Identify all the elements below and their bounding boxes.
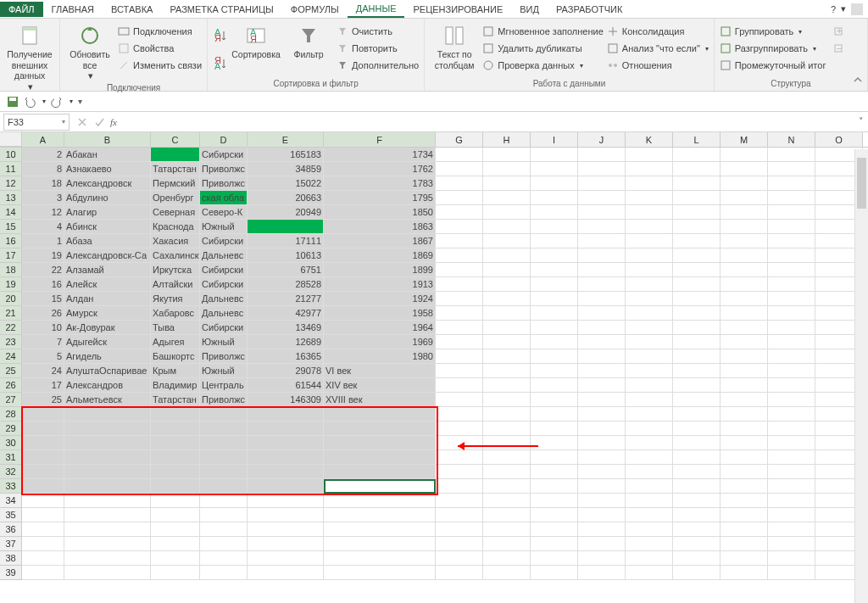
- cell[interactable]: [436, 422, 483, 436]
- cell[interactable]: [768, 450, 815, 465]
- cell[interactable]: Алдан: [64, 292, 151, 306]
- scrollbar-thumb[interactable]: [857, 158, 866, 209]
- cell[interactable]: [531, 537, 578, 551]
- data-validation-button[interactable]: Проверка данных▾: [482, 58, 604, 73]
- cell[interactable]: [531, 465, 578, 479]
- cell[interactable]: [768, 277, 815, 292]
- cell[interactable]: [200, 465, 248, 479]
- cell[interactable]: [578, 148, 626, 162]
- cell[interactable]: [22, 436, 64, 450]
- cell[interactable]: Южный: [200, 335, 248, 349]
- redo-dropdown-icon[interactable]: ▾: [70, 98, 73, 105]
- cell[interactable]: 34859: [248, 162, 324, 176]
- cell[interactable]: Северо-К: [200, 205, 248, 220]
- cell[interactable]: [673, 436, 721, 450]
- cell[interactable]: [483, 522, 531, 537]
- cell[interactable]: [200, 508, 248, 522]
- cell[interactable]: [483, 393, 531, 407]
- cell[interactable]: [151, 551, 200, 566]
- cell[interactable]: [248, 465, 324, 479]
- cell[interactable]: 20949: [248, 205, 324, 220]
- cell[interactable]: 19: [22, 248, 64, 263]
- undo-dropdown-icon[interactable]: ▾: [42, 98, 46, 105]
- cell[interactable]: [64, 436, 151, 450]
- cell[interactable]: [578, 220, 626, 234]
- cell[interactable]: [436, 176, 483, 191]
- cell[interactable]: [626, 537, 673, 551]
- cell[interactable]: [721, 378, 768, 393]
- cell[interactable]: [64, 422, 151, 436]
- tab-insert[interactable]: ВСТАВКА: [103, 2, 161, 17]
- cell[interactable]: 17: [22, 378, 64, 393]
- cell[interactable]: 1863: [324, 220, 436, 234]
- cell[interactable]: [626, 378, 673, 393]
- cell[interactable]: [768, 551, 815, 566]
- cell[interactable]: [248, 422, 324, 436]
- cell[interactable]: 17111: [248, 234, 324, 248]
- formula-input[interactable]: [120, 114, 854, 131]
- cell[interactable]: [768, 220, 815, 234]
- cell[interactable]: [248, 566, 324, 580]
- expand-formula-bar-icon[interactable]: ˅: [854, 116, 868, 127]
- col-header-A[interactable]: A: [22, 132, 64, 147]
- cell[interactable]: [768, 205, 815, 220]
- enter-formula-icon[interactable]: [93, 116, 105, 128]
- cell[interactable]: [483, 465, 531, 479]
- cell[interactable]: [768, 479, 815, 494]
- cell[interactable]: [626, 220, 673, 234]
- cell[interactable]: [151, 522, 200, 537]
- cell[interactable]: [436, 436, 483, 450]
- cell[interactable]: [483, 436, 531, 450]
- cell[interactable]: [531, 292, 578, 306]
- col-header-F[interactable]: F: [324, 132, 436, 147]
- cell[interactable]: [483, 479, 531, 494]
- row-header[interactable]: 10: [0, 148, 22, 162]
- cell[interactable]: [248, 450, 324, 465]
- refresh-all-button[interactable]: Обновить все▾: [65, 20, 114, 81]
- col-header-H[interactable]: H: [483, 132, 531, 147]
- cell[interactable]: [673, 537, 721, 551]
- cell[interactable]: [768, 335, 815, 349]
- cell[interactable]: [436, 407, 483, 422]
- cell[interactable]: [578, 508, 626, 522]
- cell[interactable]: [324, 450, 436, 465]
- cell[interactable]: 12689: [248, 335, 324, 349]
- cell[interactable]: [22, 465, 64, 479]
- cell[interactable]: [673, 205, 721, 220]
- cell[interactable]: [721, 248, 768, 263]
- cell[interactable]: [626, 248, 673, 263]
- cell[interactable]: [673, 162, 721, 176]
- cell[interactable]: 61544: [248, 378, 324, 393]
- cell[interactable]: Абинск: [64, 220, 151, 234]
- cell[interactable]: [721, 551, 768, 566]
- cell[interactable]: [248, 407, 324, 422]
- cell[interactable]: [483, 321, 531, 335]
- cell[interactable]: [768, 537, 815, 551]
- cell[interactable]: 1924: [324, 292, 436, 306]
- cell[interactable]: Приволжс: [200, 176, 248, 191]
- cell[interactable]: [578, 378, 626, 393]
- cell[interactable]: Сибирски: [200, 263, 248, 277]
- cell[interactable]: [436, 450, 483, 465]
- cell[interactable]: [483, 306, 531, 321]
- cell[interactable]: [673, 191, 721, 205]
- cell[interactable]: [768, 191, 815, 205]
- cell[interactable]: [436, 234, 483, 248]
- row-header[interactable]: 13: [0, 191, 22, 205]
- cell[interactable]: [673, 450, 721, 465]
- row-header[interactable]: 11: [0, 162, 22, 176]
- cell[interactable]: [436, 479, 483, 494]
- cell[interactable]: Сибирски: [200, 321, 248, 335]
- cell[interactable]: [673, 277, 721, 292]
- col-header-J[interactable]: J: [578, 132, 626, 147]
- cell[interactable]: [768, 364, 815, 378]
- cell[interactable]: [151, 450, 200, 465]
- cell[interactable]: [578, 349, 626, 364]
- cell[interactable]: [578, 407, 626, 422]
- cell[interactable]: [151, 508, 200, 522]
- cell[interactable]: [22, 479, 64, 494]
- cell[interactable]: [64, 508, 151, 522]
- cell[interactable]: Алейск: [64, 277, 151, 292]
- cell[interactable]: [483, 234, 531, 248]
- cell[interactable]: [436, 248, 483, 263]
